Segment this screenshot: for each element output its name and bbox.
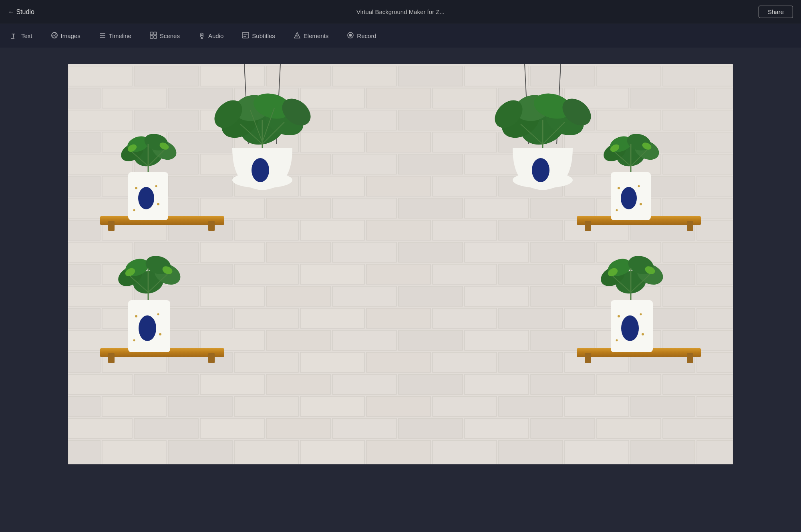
- svg-rect-23: [68, 66, 132, 86]
- svg-rect-152: [266, 330, 330, 350]
- svg-text:T: T: [12, 32, 15, 39]
- svg-rect-56: [168, 132, 232, 152]
- svg-rect-13: [154, 36, 157, 38]
- svg-rect-183: [234, 396, 298, 416]
- svg-rect-32: [663, 66, 733, 86]
- svg-rect-26: [266, 66, 330, 86]
- svg-rect-173: [266, 374, 330, 394]
- toolbar-item-images[interactable]: Images: [48, 29, 84, 43]
- svg-rect-48: [332, 110, 396, 130]
- svg-rect-39: [433, 88, 497, 108]
- svg-rect-42: [631, 88, 695, 108]
- svg-rect-282: [208, 353, 215, 363]
- studio-back-link[interactable]: ← Studio: [8, 8, 34, 16]
- svg-rect-131: [266, 286, 330, 306]
- svg-rect-134: [465, 286, 529, 306]
- svg-rect-52: [597, 110, 661, 130]
- svg-rect-156: [531, 330, 595, 350]
- svg-point-306: [616, 339, 618, 341]
- svg-rect-80: [366, 176, 431, 196]
- svg-rect-195: [332, 418, 396, 438]
- svg-rect-45: [134, 110, 198, 130]
- svg-rect-43: [697, 88, 733, 108]
- svg-rect-113: [465, 242, 529, 262]
- svg-rect-112: [398, 242, 463, 262]
- svg-rect-281: [108, 353, 115, 363]
- document-title: Virtual Background Maker for Z...: [356, 8, 445, 15]
- svg-rect-29: [465, 66, 529, 86]
- svg-rect-95: [663, 198, 733, 218]
- svg-rect-166: [499, 352, 563, 372]
- svg-rect-124: [499, 264, 563, 284]
- toolbar-text-label: Text: [21, 32, 32, 39]
- svg-rect-33: [68, 88, 100, 108]
- svg-rect-155: [465, 330, 529, 350]
- toolbar-subtitles-label: Subtitles: [252, 32, 275, 39]
- share-button[interactable]: Share: [759, 6, 793, 18]
- toolbar-elements-label: Elements: [304, 32, 329, 39]
- svg-rect-202: [102, 440, 166, 464]
- svg-rect-243: [108, 221, 115, 231]
- subtitles-icon: [242, 32, 249, 40]
- svg-rect-93: [531, 198, 595, 218]
- canvas-frame[interactable]: [68, 64, 733, 464]
- svg-point-303: [621, 315, 639, 341]
- record-icon: [347, 32, 354, 40]
- images-icon: [51, 32, 58, 40]
- svg-rect-59: [366, 132, 431, 152]
- svg-rect-262: [585, 221, 591, 231]
- svg-rect-49: [398, 110, 463, 130]
- svg-rect-100: [300, 220, 364, 240]
- svg-rect-24: [134, 66, 198, 86]
- svg-rect-79: [300, 176, 364, 196]
- svg-rect-158: [663, 330, 733, 350]
- svg-point-284: [139, 315, 156, 341]
- toolbar-item-subtitles[interactable]: Subtitles: [239, 29, 278, 43]
- toolbar-item-scenes[interactable]: Scenes: [147, 29, 183, 43]
- svg-rect-10: [150, 32, 153, 35]
- svg-rect-38: [366, 88, 431, 108]
- text-icon: T: [11, 32, 18, 40]
- svg-rect-196: [398, 418, 463, 438]
- toolbar-item-audio[interactable]: Audio: [195, 29, 227, 43]
- svg-rect-148: [697, 308, 733, 328]
- svg-point-268: [616, 209, 618, 211]
- svg-rect-27: [332, 66, 396, 86]
- svg-rect-110: [266, 242, 330, 262]
- svg-rect-186: [433, 396, 497, 416]
- svg-rect-170: [68, 374, 132, 394]
- svg-point-249: [133, 209, 135, 211]
- toolbar-item-elements[interactable]: Elements: [290, 29, 332, 43]
- toolbar-item-text[interactable]: T Text: [8, 29, 36, 43]
- svg-rect-117: [68, 264, 100, 284]
- svg-rect-192: [134, 418, 198, 438]
- svg-rect-165: [433, 352, 497, 372]
- toolbar-item-timeline[interactable]: Timeline: [96, 29, 135, 43]
- svg-rect-135: [531, 286, 595, 306]
- svg-rect-11: [154, 32, 157, 35]
- svg-point-2: [52, 32, 57, 38]
- svg-point-286: [159, 333, 161, 335]
- svg-rect-208: [499, 440, 563, 464]
- svg-rect-199: [597, 418, 661, 438]
- toolbar-item-record[interactable]: Record: [344, 29, 379, 43]
- svg-point-307: [640, 313, 642, 315]
- svg-rect-88: [200, 198, 264, 218]
- svg-rect-191: [68, 418, 132, 438]
- svg-rect-190: [697, 396, 733, 416]
- svg-rect-75: [68, 176, 100, 196]
- svg-rect-143: [366, 308, 431, 328]
- svg-rect-210: [631, 440, 695, 464]
- svg-rect-200: [663, 418, 733, 438]
- svg-rect-103: [499, 220, 563, 240]
- svg-point-231: [532, 158, 549, 182]
- toolbar-record-label: Record: [357, 32, 376, 39]
- svg-point-265: [621, 187, 637, 209]
- svg-rect-114: [531, 242, 595, 262]
- svg-rect-162: [234, 352, 298, 372]
- svg-rect-107: [68, 242, 132, 262]
- svg-rect-115: [597, 242, 661, 262]
- svg-rect-69: [332, 154, 396, 174]
- svg-rect-198: [531, 418, 595, 438]
- toolbar-timeline-label: Timeline: [109, 32, 131, 39]
